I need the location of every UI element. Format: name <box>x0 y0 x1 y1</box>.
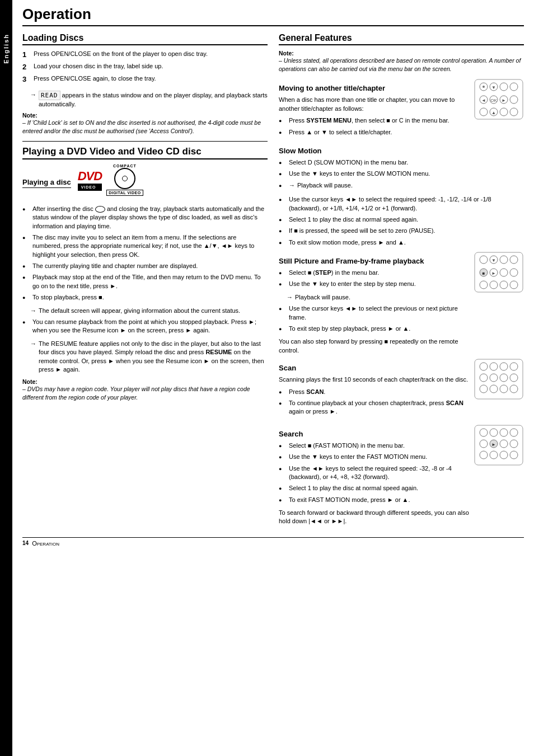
loading-discs-title: Loading Discs <box>22 33 268 45</box>
svg-point-24 <box>510 256 518 264</box>
compact-disc-container: COMPACT DIGITAL VIDEO <box>106 164 143 196</box>
svg-point-39 <box>510 363 518 370</box>
step-1-text: Press OPEN/CLOSE on the front of the pla… <box>34 50 208 60</box>
list-item: Use the ▼ keys to enter the SLOW MOTION … <box>279 170 524 178</box>
general-features-title: General Features <box>279 33 524 45</box>
remote-diagram-moving: ▼ ◄ OK ► ▲ <box>474 78 524 121</box>
svg-text:◄: ◄ <box>481 98 486 103</box>
playing-dvd-bullets-2: You can resume playback from the point a… <box>22 318 268 335</box>
scan-section: Scan Scanning plays the first 10 seconds… <box>279 358 524 421</box>
bullet-icon <box>279 270 287 277</box>
list-item: → Playback will pause. <box>279 181 524 192</box>
list-item: 2 Load your chosen disc in the tray, lab… <box>22 62 268 72</box>
svg-text:►: ► <box>491 442 496 447</box>
bullet-icon <box>22 263 30 270</box>
list-item: The currently playing title and chapter … <box>22 262 268 270</box>
svg-point-38 <box>500 363 508 370</box>
moving-bullets: Press SYSTEM MENU, then select ■ or C in… <box>279 116 469 137</box>
dvd-logo-container: DVD VIDEO <box>78 169 102 191</box>
list-item: Select 1 to play the disc at normal spee… <box>279 484 469 492</box>
svg-text:■: ■ <box>483 271 485 276</box>
list-item: Use the cursor keys ◄► to select the pre… <box>279 304 469 322</box>
arrow-icon: → <box>30 91 36 99</box>
playing-disc-header: Playing a disc DVD VIDEO COMPACT DIGITAL <box>22 164 268 200</box>
search-title: Search <box>279 430 469 438</box>
bullet-icon <box>279 443 287 450</box>
svg-point-20 <box>480 256 488 264</box>
svg-point-59 <box>490 451 498 459</box>
columns-layout: Loading Discs 1 Press OPEN/CLOSE on the … <box>22 33 524 526</box>
svg-point-46 <box>500 385 508 393</box>
page-number: 14 <box>22 540 29 546</box>
list-item: Press SYSTEM MENU, then select ■ or C in… <box>279 116 469 125</box>
svg-point-29 <box>500 269 508 276</box>
svg-point-23 <box>500 256 508 264</box>
bullet-icon <box>279 240 287 247</box>
right-column: General Features Note: – Unless stated, … <box>279 33 524 526</box>
svg-point-30 <box>510 269 518 276</box>
svg-point-33 <box>500 281 508 289</box>
svg-point-42 <box>500 374 508 382</box>
list-item: 3 Press OPEN/CLOSE again, to close the t… <box>22 74 268 84</box>
arrow-icon: → <box>30 340 36 348</box>
scan-bullets: Press SCAN. To continue playback at your… <box>279 388 469 416</box>
list-item: 1 Press OPEN/CLOSE on the front of the p… <box>22 50 268 60</box>
scan-text: Scanning plays the first 10 seconds of e… <box>279 375 469 384</box>
left-column: Loading Discs 1 Press OPEN/CLOSE on the … <box>22 33 268 526</box>
svg-point-53 <box>480 440 488 448</box>
still-playback-pause: → Playback will pause. <box>287 293 469 302</box>
bullet-icon <box>279 485 287 492</box>
list-item: To continue playback at your chosen chap… <box>279 399 469 416</box>
svg-text:OK: OK <box>490 98 497 103</box>
remote-diagram-still: ▼ ■ ► <box>474 251 524 294</box>
svg-point-13 <box>510 96 518 104</box>
page-footer: 14 Operation <box>22 537 524 547</box>
svg-rect-48 <box>475 425 523 465</box>
list-item: To exit slow motion mode, press ► and ▲. <box>279 238 524 247</box>
list-item: Select D (SLOW MOTION) in the menu bar. <box>279 158 524 167</box>
svg-point-5 <box>500 83 508 91</box>
remote-diagram-scan <box>474 358 524 401</box>
list-item: To exit step by step playback, press ► o… <box>279 325 469 333</box>
main-content: Operation Loading Discs 1 Press OPEN/CLO… <box>12 0 534 558</box>
arrow-icon: → <box>287 293 293 302</box>
list-item: Select ■ (FAST MOTION) in the menu bar. <box>279 442 469 450</box>
svg-point-60 <box>500 451 508 459</box>
list-item: Select ■ (STEP) in the menu bar. <box>279 269 469 277</box>
svg-point-61 <box>510 451 518 459</box>
slow-motion-bullets: Select D (SLOW MOTION) in the menu bar. … <box>279 158 524 247</box>
still-picture-title: Still Picture and Frame-by-frame playbac… <box>279 257 469 265</box>
ready-display: READ <box>39 91 60 100</box>
bullet-icon <box>22 294 30 302</box>
moving-text-area: Moving to another title/chapter When a d… <box>279 78 469 141</box>
svg-point-34 <box>510 281 518 289</box>
list-item: To stop playback, press ■. <box>22 293 268 302</box>
svg-point-18 <box>510 108 518 116</box>
list-item: Use the ▼ key to enter the step by step … <box>279 280 469 288</box>
loading-note: Note: – If 'Child Lock' is set to ON and… <box>22 112 268 135</box>
svg-point-36 <box>480 363 488 370</box>
svg-point-56 <box>500 440 508 448</box>
dvd-video-label: VIDEO <box>78 184 102 191</box>
svg-point-37 <box>490 363 498 370</box>
bullet-icon <box>279 217 287 224</box>
bullet-icon <box>279 326 287 333</box>
sidebar: English <box>0 0 12 756</box>
svg-text:►: ► <box>502 98 506 103</box>
svg-point-40 <box>480 374 488 382</box>
list-item: You can resume playback from the point a… <box>22 318 268 335</box>
svg-point-47 <box>510 385 518 393</box>
list-item: Use the ▼ keys to enter the FAST MOTION … <box>279 453 469 461</box>
search-section: Search Select ■ (FAST MOTION) in the men… <box>279 424 524 526</box>
dvd-note: Note: – DVDs may have a region code. You… <box>22 378 268 401</box>
list-item: Playback may stop at the end of the Titl… <box>22 273 268 290</box>
remote-svg-scan <box>474 358 524 400</box>
playing-dvd-title: Playing a DVD Video and Video CD disc <box>22 146 268 159</box>
svg-point-41 <box>490 374 498 382</box>
step-2-text: Load your chosen disc in the tray, label… <box>34 62 163 72</box>
bullet-icon <box>279 389 287 396</box>
svg-point-52 <box>510 429 518 436</box>
section-divider <box>22 141 268 142</box>
disc-inner-circle <box>122 176 128 181</box>
svg-point-45 <box>490 385 498 393</box>
